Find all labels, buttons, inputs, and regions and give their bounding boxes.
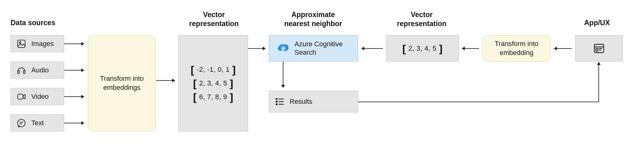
arrow-azure-to-results (283, 62, 283, 88)
arrow-text-to-transform (64, 123, 84, 123)
vector-values-3: 6, 7, 8, 9 (197, 93, 230, 101)
results-box: Results (269, 91, 358, 112)
arrow-transform-right-to-query (462, 48, 479, 49)
vector-values-2: 2, 3, 4, 5 (197, 79, 230, 87)
source-text: Text (11, 114, 64, 131)
azure-cognitive-search: Azure Cognitive Search (269, 35, 358, 62)
svg-point-9 (276, 99, 277, 100)
path-results-to-app-h (358, 102, 598, 102)
bracket-open-icon: [ (193, 94, 197, 100)
arrow-images-to-transform (64, 44, 84, 44)
source-images: Images (11, 35, 64, 52)
vector-row-2: [ 2, 3, 4, 5 ] (193, 79, 233, 87)
source-video: Video (11, 88, 64, 105)
source-video-label: Video (31, 93, 49, 101)
svg-point-5 (18, 119, 25, 127)
source-audio: Audio (11, 62, 64, 79)
heading-vector-rep-left: Vector representation (180, 10, 248, 28)
source-audio-label: Audio (31, 66, 49, 74)
arrow-transform-to-vectors (156, 80, 175, 81)
azure-search-icon (275, 41, 290, 56)
bracket-close-icon: ] (230, 80, 233, 87)
svg-point-10 (276, 101, 277, 102)
query-vector-box: [ 2, 3, 4, 5 ] (386, 35, 459, 62)
app-window-icon (592, 42, 606, 55)
vector-values-1: -2, -1, 0, 1 (194, 66, 232, 74)
query-vector-values: 2, 3, 4, 5 (406, 44, 439, 53)
arrowhead-results-to-app (597, 62, 601, 65)
arrow-query-to-azure (362, 48, 383, 49)
arrow-audio-to-transform (64, 70, 84, 71)
bracket-open-icon: [ (402, 45, 406, 52)
path-results-to-app-v (598, 65, 599, 102)
svg-rect-3 (24, 71, 25, 73)
vector-row-1: [ -2, -1, 0, 1 ] (191, 66, 236, 74)
app-ux-box (575, 35, 623, 62)
list-icon (273, 95, 286, 108)
source-text-label: Text (31, 119, 44, 127)
vector-row-3: [ 6, 7, 8, 9 ] (193, 93, 233, 101)
heading-data-sources: Data sources (11, 18, 55, 27)
audio-icon (15, 64, 28, 76)
arrow-vectors-to-azure (248, 48, 265, 49)
source-images-label: Images (31, 40, 54, 48)
azure-label: Azure Cognitive Search (295, 40, 343, 57)
svg-rect-17 (596, 48, 598, 51)
video-icon (15, 90, 28, 103)
heading-ann: Approximate nearest neighbor (274, 10, 352, 28)
query-vector-row: [ 2, 3, 4, 5 ] (402, 44, 442, 53)
arrow-video-to-transform (64, 96, 84, 97)
results-label: Results (290, 98, 312, 106)
heading-app-ux: App/UX (584, 18, 610, 27)
transform-embeddings-left: Transform into embeddings (88, 35, 156, 131)
bracket-open-icon: [ (191, 66, 194, 73)
text-icon (15, 117, 28, 129)
svg-point-1 (20, 42, 21, 43)
bracket-close-icon: ] (439, 45, 442, 52)
transform-embedding-right: Transform into embedding (482, 35, 551, 62)
image-icon (15, 38, 28, 50)
bracket-open-icon: [ (193, 80, 197, 87)
heading-vector-rep-right: Vector representation (388, 10, 456, 28)
vector-column-left: [ -2, -1, 0, 1 ] [ 2, 3, 4, 5 ] [ 6, 7, … (178, 35, 248, 131)
bracket-close-icon: ] (230, 94, 233, 100)
svg-rect-2 (18, 71, 19, 73)
arrow-app-to-transform-right (554, 48, 572, 49)
svg-rect-0 (18, 40, 25, 48)
bracket-close-icon: ] (232, 66, 236, 73)
svg-point-11 (276, 104, 277, 105)
svg-rect-4 (18, 94, 23, 99)
